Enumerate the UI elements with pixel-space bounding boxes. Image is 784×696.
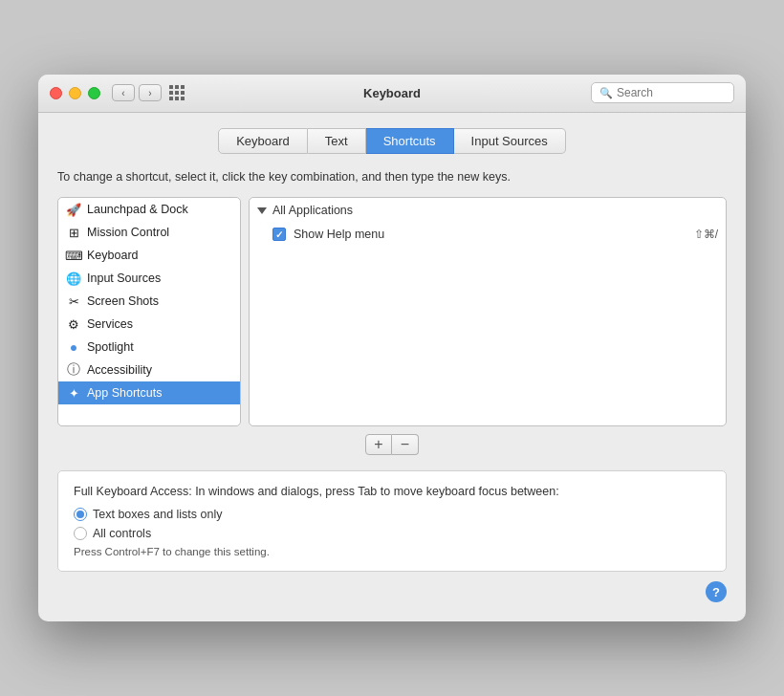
tab-shortcuts[interactable]: Shortcuts: [366, 128, 454, 154]
tab-keyboard[interactable]: Keyboard: [218, 128, 308, 154]
services-icon: ⚙: [66, 316, 81, 332]
radio-all-controls-button[interactable]: [74, 527, 87, 540]
list-item-screenshots[interactable]: ✂ Screen Shots: [58, 290, 240, 313]
window-title: Keyboard: [363, 86, 421, 100]
grid-icon[interactable]: [169, 85, 185, 100]
list-item-label: Services: [87, 317, 133, 331]
list-item-services[interactable]: ⚙ Services: [58, 313, 240, 336]
forward-button[interactable]: ›: [139, 84, 162, 101]
list-item-label: Mission Control: [87, 226, 169, 239]
content-area: Keyboard Text Shortcuts Input Sources To…: [38, 113, 746, 622]
keyboard-window: ‹ › Keyboard 🔍 Keyboard Text Shortcuts I…: [38, 75, 746, 622]
panels: 🚀 Launchpad & Dock ⊞ Mission Control ⌨ K…: [57, 197, 727, 426]
list-item-label: Screen Shots: [87, 294, 159, 308]
list-item-input-sources[interactable]: 🌐 Input Sources: [58, 267, 240, 290]
press-note: Press Control+F7 to change this setting.: [74, 546, 710, 557]
keyboard-access-title: Full Keyboard Access: In windows and dia…: [74, 485, 710, 498]
list-item-label: Accessibility: [87, 363, 152, 377]
spotlight-icon: ●: [66, 339, 81, 355]
keyboard-access-section: Full Keyboard Access: In windows and dia…: [57, 470, 727, 572]
minimize-button[interactable]: [69, 87, 81, 99]
checkmark-icon: ✓: [275, 229, 283, 240]
back-button[interactable]: ‹: [112, 84, 135, 101]
mission-control-icon: ⊞: [66, 225, 81, 240]
shortcut-checkbox[interactable]: ✓: [272, 228, 286, 241]
left-panel: 🚀 Launchpad & Dock ⊞ Mission Control ⌨ K…: [57, 197, 241, 426]
group-label: All Applications: [272, 204, 353, 217]
radio-text-boxes-label: Text boxes and lists only: [93, 508, 223, 521]
search-box[interactable]: 🔍: [591, 82, 734, 103]
app-shortcuts-icon: ✦: [66, 385, 81, 401]
tab-text[interactable]: Text: [308, 128, 366, 154]
nav-buttons: ‹ ›: [112, 84, 162, 101]
maximize-button[interactable]: [88, 87, 100, 99]
screenshots-icon: ✂: [66, 294, 81, 309]
description-text: To change a shortcut, select it, click t…: [57, 169, 727, 186]
remove-button[interactable]: −: [392, 434, 419, 455]
tab-input-sources[interactable]: Input Sources: [454, 128, 566, 154]
bottom-row: ?: [57, 581, 727, 602]
list-item-label: Launchpad & Dock: [87, 203, 188, 216]
radio-text-boxes[interactable]: Text boxes and lists only: [74, 508, 710, 521]
group-header[interactable]: All Applications: [250, 198, 726, 223]
list-item-accessibility[interactable]: ⓘ Accessibility: [58, 359, 240, 381]
radio-all-controls-label: All controls: [93, 527, 151, 540]
right-panel: All Applications ✓ Show Help menu ⇧⌘/: [249, 197, 727, 426]
accessibility-icon: ⓘ: [66, 362, 81, 378]
triangle-icon: [257, 207, 267, 214]
help-button[interactable]: ?: [706, 581, 727, 602]
list-item-label: Input Sources: [87, 272, 161, 285]
search-input[interactable]: [617, 86, 726, 99]
list-item-launchpad[interactable]: 🚀 Launchpad & Dock: [58, 198, 240, 221]
shortcut-row: ✓ Show Help menu ⇧⌘/: [250, 223, 726, 246]
titlebar: ‹ › Keyboard 🔍: [38, 75, 746, 113]
tab-bar: Keyboard Text Shortcuts Input Sources: [57, 128, 727, 154]
list-item-app-shortcuts[interactable]: ✦ App Shortcuts: [58, 381, 240, 404]
close-button[interactable]: [50, 87, 62, 99]
list-item-spotlight[interactable]: ● Spotlight: [58, 336, 240, 359]
list-item-label: Keyboard: [87, 249, 139, 262]
input-sources-icon: 🌐: [66, 271, 81, 286]
add-button[interactable]: +: [365, 434, 392, 455]
launchpad-icon: 🚀: [66, 202, 81, 217]
shortcut-keys: ⇧⌘/: [694, 228, 718, 241]
radio-text-boxes-button[interactable]: [74, 508, 87, 521]
list-item-keyboard[interactable]: ⌨ Keyboard: [58, 244, 240, 267]
add-remove-buttons: + −: [57, 434, 727, 455]
shortcut-name: Show Help menu: [294, 228, 694, 241]
list-item-mission-control[interactable]: ⊞ Mission Control: [58, 221, 240, 244]
keyboard-icon: ⌨: [66, 248, 81, 263]
search-icon: 🔍: [599, 87, 613, 99]
list-item-label: Spotlight: [87, 340, 134, 354]
list-item-label: App Shortcuts: [87, 386, 163, 400]
traffic-lights: [50, 87, 100, 99]
radio-all-controls[interactable]: All controls: [74, 527, 710, 540]
